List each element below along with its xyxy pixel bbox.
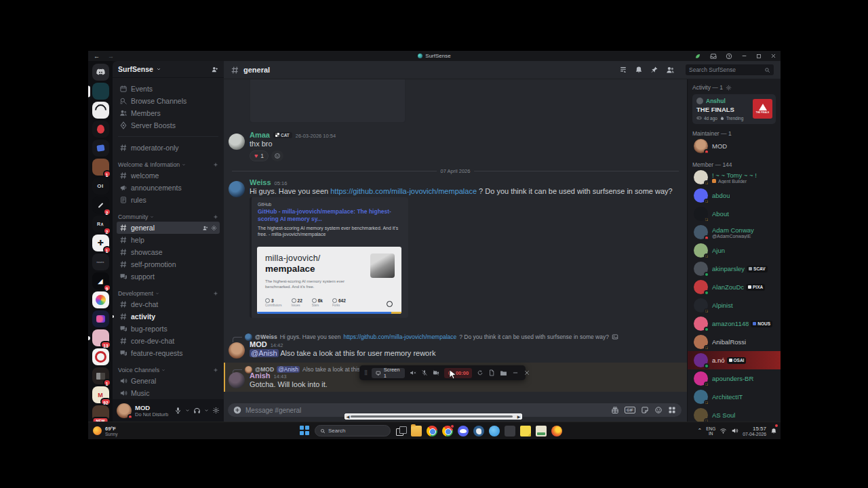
- chevron-down-icon[interactable]: [185, 408, 190, 413]
- channel-item[interactable]: activity: [117, 310, 220, 323]
- channel-item-moderator-only[interactable]: moderator-only: [117, 142, 220, 154]
- server-icon[interactable]: 1: [92, 367, 109, 384]
- channel-item[interactable]: feature-requests: [117, 347, 220, 359]
- sticker-icon[interactable]: [641, 406, 649, 414]
- server-icon[interactable]: [92, 348, 109, 365]
- language-indicator[interactable]: ENG IN: [706, 426, 715, 436]
- avatar[interactable]: [229, 372, 245, 388]
- settings-gear-icon[interactable]: [212, 407, 220, 414]
- taskbar-search-input[interactable]: [328, 428, 385, 434]
- maximize-button[interactable]: [756, 54, 762, 59]
- channel-item[interactable]: announcements: [117, 182, 220, 194]
- avatar[interactable]: [117, 403, 132, 418]
- message-author[interactable]: Amaa: [250, 131, 270, 139]
- member-row[interactable]: abdou: [692, 186, 776, 205]
- channel-item[interactable]: dev-chat: [117, 298, 220, 310]
- attach-plus-icon[interactable]: [233, 406, 241, 414]
- member-row[interactable]: apounders-BR: [692, 369, 776, 388]
- taskbar-app-icon[interactable]: [505, 426, 515, 436]
- server-icon[interactable]: [92, 102, 109, 119]
- channel-item[interactable]: welcome: [117, 169, 220, 182]
- screen-select-button[interactable]: Screen 1: [372, 368, 405, 378]
- taskbar-app-icon[interactable]: [411, 426, 422, 436]
- create-channel-icon[interactable]: [213, 367, 218, 373]
- sidebar-nav-item[interactable]: Events: [117, 83, 220, 95]
- search-input[interactable]: [689, 66, 762, 73]
- taskbar-search[interactable]: [315, 425, 391, 436]
- member-row[interactable]: akinparsley SCAV: [692, 260, 776, 278]
- github-link[interactable]: https://github.com/milla-jovovich/mempal…: [330, 187, 477, 195]
- restart-recording-icon[interactable]: [477, 369, 484, 376]
- message-author[interactable]: MOD: [250, 340, 267, 348]
- volume-icon[interactable]: [731, 427, 738, 434]
- voice-channel-item[interactable]: General: [117, 375, 220, 387]
- taskbar-app-icon[interactable]: [551, 426, 562, 436]
- user-info[interactable]: MOD Do Not Disturb: [135, 404, 171, 418]
- server-icon[interactable]: 13: [92, 329, 109, 346]
- create-channel-icon[interactable]: [213, 291, 218, 296]
- mic-icon[interactable]: [174, 407, 182, 414]
- member-row[interactable]: About: [692, 205, 776, 223]
- server-icon[interactable]: nouns: [92, 253, 109, 270]
- close-button[interactable]: [770, 53, 776, 59]
- chevron-down-icon[interactable]: [204, 408, 209, 413]
- create-channel-icon[interactable]: [213, 162, 218, 167]
- member-row[interactable]: AS Soul: [692, 406, 776, 422]
- start-button[interactable]: [300, 426, 310, 436]
- folder-icon[interactable]: [500, 369, 507, 377]
- member-row[interactable]: AnibalRossi: [692, 333, 776, 351]
- category-voice-channels[interactable]: Voice Channels: [118, 367, 218, 373]
- invite-icon[interactable]: [202, 225, 208, 231]
- member-row-maintainer[interactable]: MOD: [692, 137, 776, 155]
- reply-context[interactable]: @Weiss Hi guys. Have you seen https://gi…: [224, 331, 658, 342]
- add-reaction-button[interactable]: [271, 150, 283, 161]
- member-list-icon[interactable]: [666, 66, 675, 75]
- server-icon[interactable]: [92, 64, 109, 81]
- server-icon[interactable]: M 92: [92, 386, 109, 403]
- sidebar-nav-item[interactable]: Browse Channels: [117, 95, 220, 107]
- plant-icon[interactable]: [694, 53, 701, 60]
- member-row[interactable]: Alpinist: [692, 296, 776, 314]
- member-row[interactable]: amazon1148 NOUS: [692, 314, 776, 333]
- server-icon[interactable]: [92, 291, 109, 308]
- threads-icon[interactable]: [619, 66, 627, 74]
- user-mention[interactable]: @Anish: [250, 349, 279, 357]
- taskbar-app-icon[interactable]: [427, 426, 437, 436]
- embed-title[interactable]: GitHub - milla-jovovich/mempalace: The h…: [258, 208, 403, 223]
- invite-people-icon[interactable]: [211, 66, 218, 73]
- server-icon[interactable]: R∧ 2: [92, 216, 109, 232]
- taskbar-app-icon[interactable]: [458, 426, 469, 436]
- reaction-heart[interactable]: ♥1: [250, 150, 269, 161]
- scrollbar-thumb[interactable]: [351, 415, 513, 418]
- taskbar-app-icon[interactable]: [473, 426, 484, 436]
- inbox-icon[interactable]: [710, 53, 717, 60]
- taskbar-app-icon[interactable]: [395, 426, 406, 436]
- message-author[interactable]: Weiss: [250, 178, 271, 186]
- horizontal-scrollbar[interactable]: ◀ ▶: [344, 413, 522, 420]
- mic-muted-icon[interactable]: [421, 369, 428, 376]
- category-welcome-information[interactable]: Welcome & Information: [118, 161, 218, 168]
- member-row[interactable]: ArchitectIT: [692, 388, 776, 406]
- tray-expand-icon[interactable]: ⌃: [697, 428, 702, 434]
- server-icon[interactable]: [92, 121, 109, 138]
- server-icon[interactable]: NEW: [92, 405, 109, 422]
- close-toolbar-icon[interactable]: [524, 369, 530, 376]
- server-icon[interactable]: [92, 310, 109, 327]
- taskbar-app-icon[interactable]: [489, 426, 500, 436]
- channel-item[interactable]: self-promotion: [117, 258, 220, 270]
- channel-item[interactable]: showcase: [117, 246, 220, 258]
- server-icon[interactable]: 1: [92, 159, 109, 176]
- server-icon[interactable]: [92, 83, 109, 100]
- avatar[interactable]: [229, 342, 245, 359]
- github-preview-card[interactable]: milla-jovovich/ mempalace The highest-sc…: [257, 247, 401, 314]
- minimize-button[interactable]: [741, 53, 747, 59]
- channel-item[interactable]: bug-reports: [117, 323, 220, 335]
- server-icon[interactable]: [92, 140, 109, 157]
- taskbar-app-icon[interactable]: [520, 426, 531, 436]
- gift-icon[interactable]: [611, 406, 619, 414]
- server-icon[interactable]: ✚ 1: [92, 235, 109, 251]
- search-box[interactable]: [686, 64, 774, 75]
- notifications-bell-icon[interactable]: [635, 66, 643, 74]
- notifications-icon[interactable]: [770, 425, 777, 437]
- channel-item[interactable]: help: [117, 234, 220, 246]
